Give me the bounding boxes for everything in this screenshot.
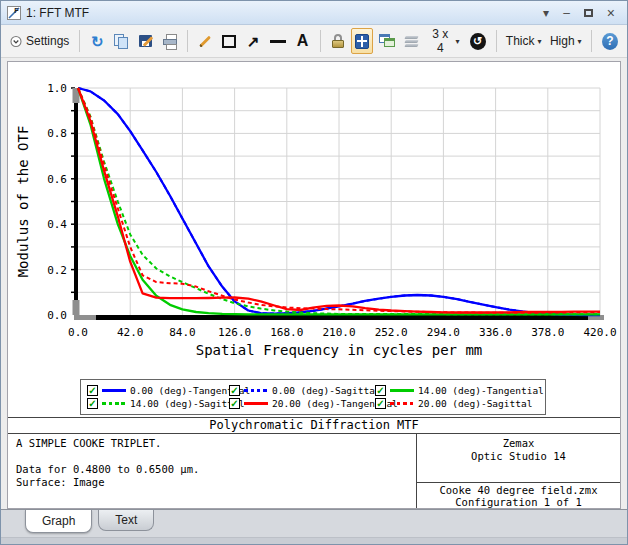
- chevron-down-icon: ▾: [538, 37, 542, 46]
- print-icon: [163, 34, 177, 49]
- fit-window-button[interactable]: [351, 28, 373, 54]
- series-checkbox[interactable]: ✓: [229, 398, 240, 409]
- reset-view-button[interactable]: ↺: [466, 28, 490, 54]
- window-content: 0.00.20.40.60.81.00.042.084.0126.0168.02…: [1, 58, 627, 509]
- y-tick-label: 1.0: [47, 82, 67, 95]
- clone-window-button[interactable]: [375, 28, 398, 54]
- refresh-button[interactable]: ↻: [86, 28, 108, 54]
- legend-label: 0.00 (deg)-Sagittal: [272, 385, 381, 396]
- grid-layout-dropdown[interactable]: 3 x 4▾: [424, 28, 463, 54]
- window-controls: ▾ – ×: [543, 6, 621, 20]
- save-button[interactable]: [135, 28, 157, 54]
- four-pane-grid-icon: [355, 34, 369, 49]
- lens-notes-cell: A SIMPLE COOKE TRIPLET. Data for 0.4800 …: [8, 434, 417, 508]
- x-axis: [74, 315, 600, 320]
- text-icon: A: [297, 32, 309, 50]
- series-checkbox[interactable]: ✓: [229, 385, 240, 396]
- save-icon: [139, 34, 153, 48]
- draw-line-button[interactable]: [266, 28, 289, 54]
- line-icon: [270, 40, 285, 43]
- file-info-line: Configuration 1 of 1: [417, 496, 620, 508]
- y-tick-label: 0.6: [47, 173, 67, 186]
- svg-text:F: F: [14, 7, 19, 14]
- legend-item: ✓20.00 (deg)-Sagittal: [375, 398, 544, 409]
- refresh-icon: ↻: [91, 34, 104, 49]
- y-axis-title: Modulus of the OTF: [15, 126, 31, 278]
- dotted-line-sample: [390, 402, 414, 405]
- series-checkbox[interactable]: ✓: [375, 385, 386, 396]
- dotted-line-sample: [102, 402, 126, 405]
- close-button[interactable]: ×: [607, 6, 615, 20]
- restore-button[interactable]: [584, 9, 593, 17]
- y-tick-label: 0.4: [47, 218, 67, 231]
- legend-item: ✓0.00 (deg)-Tangential: [87, 385, 229, 396]
- file-info-cell: Cooke 40 degree field.zmxConfiguration 1…: [417, 483, 620, 508]
- arrow-icon: ↗: [247, 34, 260, 49]
- axis-handle: [73, 300, 80, 315]
- help-button[interactable]: ?: [598, 28, 622, 54]
- x-tick-label: 42.0: [117, 326, 144, 339]
- y-axis: [74, 88, 78, 315]
- tab-text[interactable]: Text: [98, 510, 154, 531]
- software-info-line: Optic Studio 14: [417, 450, 620, 463]
- rectangle-icon: [222, 35, 236, 48]
- toolbar-separator: [591, 30, 592, 52]
- line-thickness-dropdown[interactable]: Thick▾: [503, 28, 545, 54]
- draw-text-button[interactable]: A: [292, 28, 314, 54]
- overlay-graphics-button[interactable]: [400, 28, 422, 54]
- pencil-icon: [199, 35, 211, 47]
- toolbar-separator: [496, 30, 497, 52]
- minimize-button[interactable]: –: [563, 7, 570, 19]
- grid-layout-label: 3 x 4: [428, 27, 452, 55]
- settings-button[interactable]: Settings: [6, 28, 73, 54]
- legend-item: ✓20.00 (deg)-Tangential: [229, 398, 375, 409]
- y-tick-label: 0.0: [47, 309, 67, 322]
- draw-pencil-button[interactable]: [194, 28, 216, 54]
- axis-handle: [74, 315, 96, 320]
- settings-label: Settings: [26, 34, 69, 48]
- legend-item: ✓14.00 (deg)-Tangential: [375, 385, 544, 396]
- quality-dropdown[interactable]: High▾: [547, 28, 585, 54]
- x-axis-title: Spatial Frequency in cycles per mm: [196, 342, 483, 358]
- solid-line-sample: [102, 389, 126, 392]
- x-tick-label: 294.0: [427, 326, 460, 339]
- software-info-line: Zemax: [417, 437, 620, 450]
- toolbar-separator: [320, 30, 321, 52]
- tab-graph[interactable]: Graph: [25, 510, 92, 533]
- y-tick-label: 0.8: [47, 127, 67, 140]
- draw-arrow-button[interactable]: ↗: [242, 28, 264, 54]
- y-tick-label: 0.2: [47, 264, 67, 277]
- solid-line-sample: [244, 402, 268, 405]
- print-button[interactable]: [159, 28, 181, 54]
- x-tick-label: 252.0: [375, 326, 408, 339]
- quality-label: High: [550, 34, 575, 48]
- rotate-ccw-icon: ↺: [470, 33, 486, 50]
- x-tick-label: 84.0: [169, 326, 196, 339]
- x-tick-label: 420.0: [583, 326, 616, 339]
- copy-icon: [114, 34, 128, 48]
- tabstrip: Graph Text: [1, 509, 627, 537]
- titlebar[interactable]: F 1: FFT MTF ▾ – ×: [1, 1, 627, 25]
- legend-label: 14.00 (deg)-Sagittal: [130, 398, 244, 409]
- copy-button[interactable]: [110, 28, 132, 54]
- software-info-cell: ZemaxOptic Studio 14: [417, 434, 620, 483]
- report-info-table: A SIMPLE COOKE TRIPLET. Data for 0.4800 …: [8, 434, 620, 508]
- file-info-line: Cooke 40 degree field.zmx: [417, 484, 620, 496]
- legend-item: ✓0.00 (deg)-Sagittal: [229, 385, 375, 396]
- lock-button[interactable]: [327, 28, 349, 54]
- fft-window-icon: F: [7, 6, 21, 20]
- overlay-windows-icon: [379, 34, 394, 48]
- help-icon: ?: [602, 33, 618, 50]
- window-menu-caret-icon[interactable]: ▾: [543, 7, 549, 19]
- lens-note-line: Data for 0.4800 to 0.6500 µm.: [16, 463, 408, 476]
- toolbar-separator: [79, 30, 80, 52]
- solid-line-sample: [390, 389, 414, 392]
- right-info-column: ZemaxOptic Studio 14 Cooke 40 degree fie…: [417, 434, 620, 508]
- series-checkbox[interactable]: ✓: [87, 398, 98, 409]
- series-checkbox[interactable]: ✓: [375, 398, 386, 409]
- draw-rectangle-button[interactable]: [218, 28, 240, 54]
- chevron-down-circle-icon: [10, 34, 22, 49]
- legend: ✓0.00 (deg)-Tangential✓0.00 (deg)-Sagitt…: [80, 379, 546, 415]
- toolbar-separator: [187, 30, 188, 52]
- series-checkbox[interactable]: ✓: [87, 385, 98, 396]
